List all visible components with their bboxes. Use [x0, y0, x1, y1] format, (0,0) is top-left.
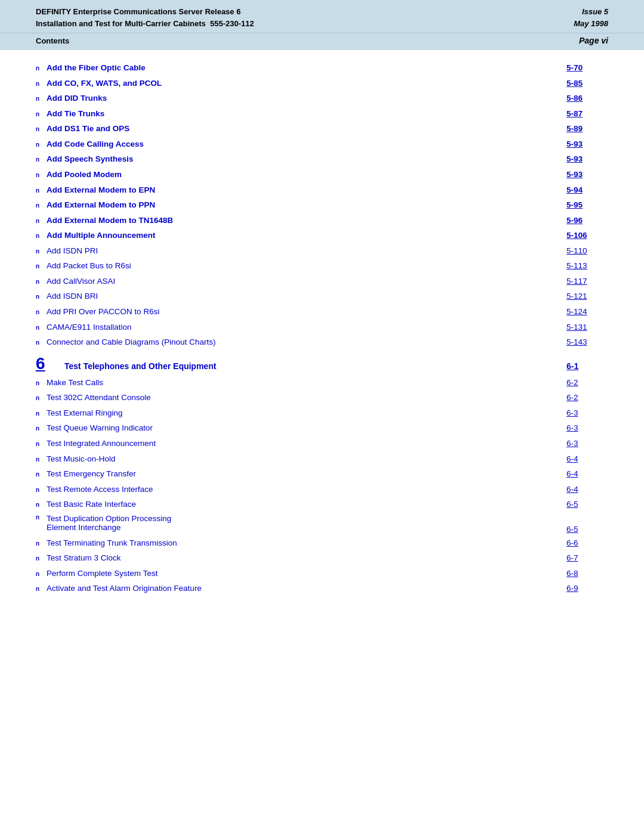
toc-link[interactable]: Test Emergency Transfer — [47, 468, 555, 480]
toc-link[interactable]: Activate and Test Alarm Origination Feat… — [47, 583, 555, 594]
bullet-icon: n — [36, 514, 43, 521]
toc-page[interactable]: 6-2 — [566, 377, 608, 389]
toc-list-6: nMake Test Calls6-2nTest 302C Attendant … — [36, 377, 608, 594]
toc-link[interactable]: Add DID Trunks — [47, 92, 555, 104]
toc-page[interactable]: 6-3 — [566, 407, 608, 419]
toc-page[interactable]: 6-4 — [566, 468, 608, 480]
list-item: nConnector and Cable Diagrams (Pinout Ch… — [36, 336, 608, 348]
toc-page[interactable]: 6-4 — [566, 484, 608, 496]
list-item: nMake Test Calls6-2 — [36, 377, 608, 389]
bullet-icon: n — [36, 555, 43, 563]
toc-page[interactable]: 5-87 — [566, 108, 608, 120]
toc-link[interactable]: Add PRI Over PACCON to R6si — [47, 306, 555, 318]
toc-page[interactable]: 6-9 — [566, 583, 608, 594]
toc-page[interactable]: 6-8 — [566, 568, 608, 580]
toc-link[interactable]: Perform Complete System Test — [47, 568, 555, 580]
toc-link[interactable]: Test Terminating Trunk Transmission — [47, 537, 555, 549]
chapter6-page[interactable]: 6-1 — [566, 361, 608, 371]
toc-page[interactable]: 6-3 — [566, 438, 608, 450]
toc-page[interactable]: 5-106 — [566, 230, 608, 241]
toc-link[interactable]: Test External Ringing — [47, 407, 555, 419]
toc-page[interactable]: 5-93 — [566, 169, 608, 181]
toc-page[interactable]: 5-124 — [566, 306, 608, 318]
toc-link[interactable]: Add External Modem to TN1648B — [47, 215, 555, 227]
toc-link[interactable]: Add CallVisor ASAI — [47, 275, 555, 287]
toc-page[interactable]: 6-6 — [566, 537, 608, 549]
toc-link[interactable]: Add ISDN PRI — [47, 245, 555, 257]
toc-page[interactable]: 5-94 — [566, 184, 608, 196]
bullet-icon: n — [36, 187, 43, 196]
toc-page[interactable]: 5-113 — [566, 260, 608, 272]
toc-page[interactable]: 5-131 — [566, 321, 608, 333]
toc-link[interactable]: Add Multiple Announcement — [47, 230, 555, 241]
list-item: nTest Duplication Option ProcessingEleme… — [36, 514, 608, 534]
bullet-icon: n — [36, 486, 43, 495]
toc-page[interactable]: 5-117 — [566, 275, 608, 287]
list-item: nAdd Tie Trunks5-87 — [36, 108, 608, 120]
toc-page[interactable]: 5-89 — [566, 123, 608, 135]
list-item: nTest Remote Access Interface6-4 — [36, 484, 608, 496]
toc-link[interactable]: Test Music-on-Hold — [47, 453, 555, 465]
chapter6-num[interactable]: 6 — [36, 355, 60, 372]
bullet-icon: n — [36, 278, 43, 287]
toc-page[interactable]: 6-7 — [566, 552, 608, 564]
toc-page[interactable]: 6-3 — [566, 422, 608, 434]
toc-link[interactable]: Add ISDN BRI — [47, 290, 555, 302]
toc-link[interactable]: Add Code Calling Access — [47, 138, 555, 150]
toc-page[interactable]: 5-93 — [566, 138, 608, 150]
toc-page[interactable]: 5-96 — [566, 215, 608, 227]
date-label: May 1998 — [574, 18, 608, 30]
toc-page[interactable]: 5-93 — [566, 153, 608, 165]
toc-link[interactable]: Add Tie Trunks — [47, 108, 555, 120]
toc-link[interactable]: Test Remote Access Interface — [47, 484, 555, 496]
toc-link[interactable]: Add Packet Bus to R6si — [47, 260, 555, 272]
toc-link[interactable]: Test Queue Warning Indicator — [47, 422, 555, 434]
bullet-icon: n — [36, 247, 43, 256]
bullet-icon: n — [36, 293, 43, 302]
toc-page[interactable]: 6-5 — [566, 498, 608, 510]
toc-page[interactable]: 5-95 — [566, 199, 608, 211]
issue-label: Issue 5 — [574, 6, 608, 18]
toc-page[interactable]: 6-5 — [566, 525, 608, 534]
toc-link[interactable]: Add External Modem to PPN — [47, 199, 555, 211]
toc-page[interactable]: 5-121 — [566, 290, 608, 302]
toc-link[interactable]: Test 302C Attendant Console — [47, 392, 555, 404]
bullet-icon: n — [36, 232, 43, 241]
header-band: DEFINITY Enterprise Communications Serve… — [0, 0, 644, 33]
toc-link[interactable]: Test Duplication Option ProcessingElemen… — [47, 514, 555, 532]
chapter6-title[interactable]: Test Telephones and Other Equipment — [64, 361, 555, 371]
toc-link[interactable]: Test Stratum 3 Clock — [47, 552, 555, 564]
list-item: nPerform Complete System Test6-8 — [36, 568, 608, 580]
toc-page[interactable]: 5-110 — [566, 245, 608, 257]
list-item: nTest Integrated Announcement6-3 — [36, 438, 608, 450]
toc-link[interactable]: Make Test Calls — [47, 377, 555, 389]
toc-link[interactable]: Add Speech Synthesis — [47, 153, 555, 165]
toc-link[interactable]: Add DS1 Tie and OPS — [47, 123, 555, 135]
toc-link[interactable]: Connector and Cable Diagrams (Pinout Cha… — [47, 336, 555, 348]
toc-link[interactable]: Add Pooled Modem — [47, 169, 555, 181]
bullet-icon: n — [36, 410, 43, 419]
toc-link[interactable]: Add the Fiber Optic Cable — [47, 62, 555, 74]
list-item: nTest 302C Attendant Console6-2 — [36, 392, 608, 404]
toc-page[interactable]: 6-2 — [566, 392, 608, 404]
toc-link[interactable]: Add CO, FX, WATS, and PCOL — [47, 78, 555, 89]
bullet-icon: n — [36, 171, 43, 180]
toc-page[interactable]: 5-143 — [566, 336, 608, 348]
toc-link[interactable]: CAMA/E911 Installation — [47, 321, 555, 333]
list-item: nAdd Pooled Modem5-93 — [36, 169, 608, 181]
toc-page[interactable]: 5-85 — [566, 78, 608, 89]
bullet-icon: n — [36, 570, 43, 579]
bullet-icon: n — [36, 95, 43, 104]
list-item: nCAMA/E911 Installation5-131 — [36, 321, 608, 333]
toc-link[interactable]: Test Integrated Announcement — [47, 438, 555, 450]
list-item: nActivate and Test Alarm Origination Fea… — [36, 583, 608, 594]
toc-page[interactable]: 5-86 — [566, 92, 608, 104]
toc-page[interactable]: 5-70 — [566, 62, 608, 74]
list-item: nAdd Speech Synthesis5-93 — [36, 153, 608, 165]
bullet-icon: n — [36, 64, 43, 73]
toc-link[interactable]: Add External Modem to EPN — [47, 184, 555, 196]
bullet-icon: n — [36, 440, 43, 449]
toc-link[interactable]: Test Basic Rate Interface — [47, 498, 555, 510]
toc-page[interactable]: 6-4 — [566, 453, 608, 465]
list-item: nTest Basic Rate Interface6-5 — [36, 498, 608, 510]
